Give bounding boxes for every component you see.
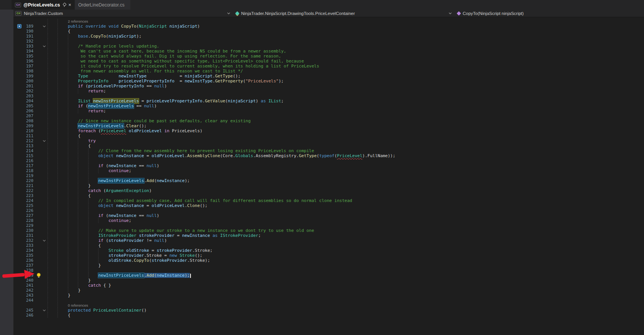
code-line[interactable]: 214// Clone from the new assembly here t…: [13, 148, 644, 153]
code-line[interactable]: 215object newInstance = oldPriceLevel.As…: [13, 153, 644, 158]
code-line[interactable]: 231IStrokeProvider strokeProvider = newI…: [13, 233, 644, 238]
indent-guide: [58, 188, 67, 193]
codelens-references[interactable]: 0 references: [68, 303, 88, 307]
code-line[interactable]: 189public override void CopyTo(NinjaScri…: [13, 24, 644, 29]
code-line[interactable]: 230// Make sure to update our stroke to …: [13, 228, 644, 233]
code-line[interactable]: 229: [13, 223, 644, 228]
code-line[interactable]: 208// Since new instance could be past s…: [13, 118, 644, 123]
code-line[interactable]: 244: [13, 298, 644, 303]
indent-guide: [78, 158, 88, 163]
indent-guide: [68, 59, 78, 64]
indent-guide: [58, 168, 67, 173]
line-number: 195: [13, 54, 36, 59]
code-line[interactable]: 193/* Handle price levels updating.: [13, 44, 644, 49]
code-line[interactable]: 240}: [13, 278, 644, 283]
code-line[interactable]: 194 We can't use a cast here, because th…: [13, 49, 644, 54]
code-line[interactable]: 243}: [13, 293, 644, 298]
icon-slot: [36, 153, 42, 158]
codelens-row[interactable]: 0 references: [13, 303, 644, 308]
codelens-references[interactable]: 2 references: [68, 19, 88, 23]
line-number: 223: [13, 193, 36, 198]
code-line[interactable]: 233{: [13, 243, 644, 248]
fold-chevron-icon[interactable]: [43, 25, 46, 27]
indent-guide: [68, 273, 78, 278]
code-line[interactable]: 213{: [13, 143, 644, 148]
code-line[interactable]: 196 we need to cast as something without…: [13, 59, 644, 64]
code-line[interactable]: 216: [13, 158, 644, 163]
code-line[interactable]: 205if (newInstPriceLevels == null): [13, 103, 644, 108]
fold-chevron-icon[interactable]: [43, 239, 46, 241]
code-token: ;: [210, 248, 213, 253]
code-line[interactable]: 237}: [13, 263, 644, 268]
code-line[interactable]: 190{: [13, 29, 644, 34]
code-line[interactable]: 195 so the cast would always fail. Dig i…: [13, 54, 644, 59]
indent-guide: [58, 103, 67, 108]
code-line[interactable]: 200PropertyInfo priceLevelPropertyInfo =…: [13, 79, 644, 84]
code-line[interactable]: 246{: [13, 313, 644, 318]
project-dropdown[interactable]: C# NinjaTrader.Custom: [13, 10, 234, 17]
member-dropdown[interactable]: CopyTo(NinjaScript ninjaScript): [455, 10, 644, 17]
code-line[interactable]: 232if (strokeProvider != null): [13, 238, 644, 243]
code-line[interactable]: 204IList newInstPriceLevels = priceLevel…: [13, 99, 644, 103]
code-line[interactable]: 191base.CopyTo(ninjaScript);: [13, 34, 644, 39]
line-number: 225: [13, 203, 36, 208]
code-line[interactable]: 221}: [13, 183, 644, 188]
code-line[interactable]: 219: [13, 173, 644, 178]
code-line[interactable]: 226: [13, 208, 644, 213]
code-line[interactable]: 242}: [13, 288, 644, 293]
code-line[interactable]: 235strokeProvider.Stroke = new Stroke();: [13, 253, 644, 258]
code-line[interactable]: 220newInstPriceLevels.Add(newInstance);: [13, 178, 644, 183]
code-editor[interactable]: 2 references189public override void Copy…: [0, 17, 644, 335]
code-line[interactable]: 228continue;: [13, 218, 644, 223]
code-line[interactable]: 192: [13, 39, 644, 44]
indent-guide: [68, 168, 78, 173]
code-line[interactable]: 211{: [13, 133, 644, 138]
code-token: ;: [104, 108, 106, 113]
fold-slot: [42, 113, 48, 118]
code-line[interactable]: 201if (priceLevelPropertyInfo == null): [13, 84, 644, 89]
code-line[interactable]: 224// In compiled assembly case, Add cal…: [13, 198, 644, 203]
codelens-row[interactable]: 2 references: [13, 19, 644, 24]
code-token: priceLevelPropertyInfo: [118, 79, 174, 84]
lightbulb-icon[interactable]: [37, 273, 40, 276]
line-number: 215: [13, 153, 36, 158]
code-line[interactable]: 222catch (ArgumentException): [13, 188, 644, 193]
code-line[interactable]: 210foreach (PriceLevel oldPriceLevel in …: [13, 128, 644, 133]
code-area[interactable]: 2 references189public override void Copy…: [13, 19, 644, 318]
code-token: (: [243, 79, 246, 84]
code-line[interactable]: 202return;: [13, 89, 644, 94]
fold-slot: [42, 213, 48, 218]
code-line[interactable]: 198 from newer assembly as well. For thi…: [13, 69, 644, 74]
code-line[interactable]: 206return;: [13, 108, 644, 113]
code-line[interactable]: 227if (newInstance == null): [13, 213, 644, 218]
code-line[interactable]: 212try: [13, 138, 644, 143]
code-line[interactable]: 203: [13, 94, 644, 99]
pin-icon[interactable]: [62, 3, 66, 7]
code-line[interactable]: 223{: [13, 193, 644, 198]
code-line[interactable]: 236oldStroke.CopyTo(strokeProvider.Strok…: [13, 258, 644, 263]
code-line[interactable]: 217if (newInstance == null): [13, 163, 644, 168]
code-line-text: {: [48, 193, 644, 198]
code-line[interactable]: 234Stroke oldStroke = strokeProvider.Str…: [13, 248, 644, 253]
indent-guide: [88, 168, 98, 173]
code-line[interactable]: 197 it could try to resolve PriceLevel t…: [13, 64, 644, 69]
code-line[interactable]: 241catch { }: [13, 283, 644, 288]
code-line[interactable]: 225object newInstance = oldPriceLevel.Cl…: [13, 203, 644, 208]
code-line[interactable]: 199Type newInstType = ninjaScript.GetTyp…: [13, 74, 644, 79]
code-line[interactable]: 209newInstPriceLevels.Clear();: [13, 123, 644, 128]
fold-chevron-icon[interactable]: [43, 44, 46, 47]
code-token: =: [162, 253, 169, 258]
close-icon[interactable]: ×: [68, 2, 71, 7]
tab-orderlinedecorator[interactable]: OrderLineDecorator.cs: [75, 0, 128, 10]
tab-pricelevels[interactable]: C# @PriceLevels.cs ×: [12, 0, 75, 10]
code-line[interactable]: 207: [13, 113, 644, 118]
indent-guide: [68, 208, 78, 213]
type-dropdown[interactable]: NinjaTrader.NinjaScript.DrawingTools.Pri…: [234, 10, 455, 17]
fold-slot: [42, 278, 48, 283]
code-line[interactable]: 218continue;: [13, 168, 644, 173]
fold-chevron-icon[interactable]: [43, 139, 46, 142]
code-line[interactable]: 239newInstPriceLevels.Add(newInstance);: [13, 273, 644, 278]
fold-chevron-icon[interactable]: [43, 309, 46, 311]
code-line[interactable]: 245protected PriceLevelContainer(): [13, 308, 644, 313]
code-line[interactable]: 238: [13, 268, 644, 273]
